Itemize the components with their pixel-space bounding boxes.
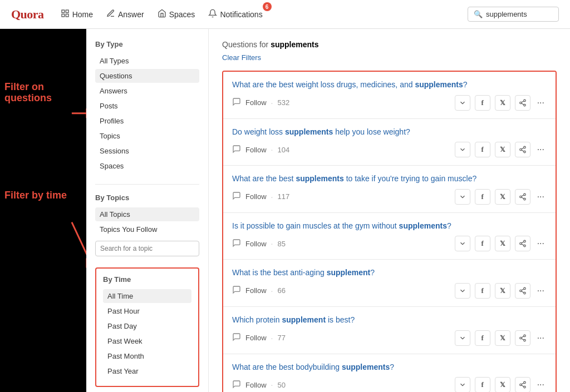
clear-filters[interactable]: Clear Filters [222,53,557,62]
sidebar: By Type All Types Questions Answers Post… [86,29,209,392]
svg-line-14 [522,150,524,151]
share-button[interactable] [515,236,530,251]
follow-separator: · [271,145,273,154]
share-button[interactable] [515,330,530,346]
twitter-share-button[interactable]: 𝕏 [495,377,510,392]
facebook-share-button[interactable]: f [475,142,490,157]
follow-label[interactable]: Follow [245,192,267,201]
follow-icon [232,285,241,296]
more-button[interactable]: ··· [535,96,547,110]
twitter-share-button[interactable]: 𝕏 [495,330,510,346]
result-question[interactable]: Which protein supplement is best? [232,315,547,326]
twitter-share-button[interactable]: 𝕏 [495,142,510,157]
downvote-button[interactable] [455,95,470,111]
nav-home[interactable]: Home [55,6,99,23]
content-header: Questions for supplements [222,40,557,49]
follow-count: 85 [277,240,285,248]
more-button[interactable]: ··· [535,378,547,392]
facebook-share-button[interactable]: f [475,377,490,392]
type-spaces[interactable]: Spaces [95,159,199,173]
time-past-week[interactable]: Past Week [103,334,191,348]
share-button[interactable] [515,283,530,299]
twitter-share-button[interactable]: 𝕏 [495,95,510,111]
more-button[interactable]: ··· [535,284,547,298]
time-past-month[interactable]: Past Month [103,349,191,363]
more-button[interactable]: ··· [535,190,547,204]
type-questions[interactable]: Questions [95,69,199,83]
result-item: Is it possible to gain muscles at the gy… [223,213,556,260]
svg-line-9 [522,103,524,104]
type-answers[interactable]: Answers [95,84,199,98]
follow-label[interactable]: Follow [245,334,267,342]
result-question[interactable]: Do weight loss supplements help you lose… [232,127,547,138]
topic-all[interactable]: All Topics [95,207,199,221]
time-all[interactable]: All Time [103,289,191,303]
nav-home-label: Home [72,10,93,19]
downvote-button[interactable] [455,330,470,346]
topic-search-input[interactable] [95,241,199,256]
downvote-button[interactable] [455,377,470,392]
more-button[interactable]: ··· [535,331,547,345]
type-sessions[interactable]: Sessions [95,144,199,158]
twitter-share-button[interactable]: 𝕏 [495,236,510,251]
follow-label[interactable]: Follow [245,98,267,107]
type-all[interactable]: All Types [95,54,199,68]
follow-icon [232,380,241,390]
time-past-day[interactable]: Past Day [103,319,191,333]
facebook-share-button[interactable]: f [475,95,490,111]
share-button[interactable] [515,377,530,392]
follow-label[interactable]: Follow [245,146,267,154]
search-input[interactable] [486,10,553,18]
follow-label[interactable]: Follow [245,286,267,295]
facebook-share-button[interactable]: f [475,236,490,251]
svg-rect-3 [66,14,68,17]
follow-count: 66 [277,286,285,295]
topic-you-follow[interactable]: Topics You Follow [95,222,199,236]
result-question[interactable]: What is the best anti-aging supplement? [232,267,547,279]
result-question[interactable]: Is it possible to gain muscles at the gy… [232,221,547,232]
share-button[interactable] [515,189,530,205]
type-posts[interactable]: Posts [95,99,199,113]
nav-notifications[interactable]: 6 Notifications [203,6,268,23]
result-question[interactable]: What are the best bodybuilding supplemen… [232,362,547,373]
time-past-year[interactable]: Past Year [103,364,191,378]
search-box[interactable]: 🔍 [468,7,559,22]
facebook-share-button[interactable]: f [475,189,490,205]
nav-answer[interactable]: Answer [101,6,150,23]
twitter-share-button[interactable]: 𝕏 [495,189,510,205]
follow-label[interactable]: Follow [245,381,267,389]
share-button[interactable] [515,142,530,157]
result-item: What is the best anti-aging supplement? … [223,260,556,307]
downvote-button[interactable] [455,189,470,205]
follow-label[interactable]: Follow [245,240,267,248]
follow-count: 104 [277,146,289,154]
more-button[interactable]: ··· [535,236,547,251]
result-question[interactable]: What are the best weight loss drugs, med… [232,80,547,91]
twitter-share-button[interactable]: 𝕏 [495,283,510,299]
facebook-share-button[interactable]: f [475,283,490,299]
result-question[interactable]: What are the best supplements to take if… [232,173,547,185]
filter-questions-annotation: Filter on questions [4,82,82,104]
downvote-button[interactable] [455,283,470,299]
result-actions: Follow · 66 f 𝕏 ··· [232,283,547,299]
content: Questions for supplements Clear Filters … [209,29,570,392]
svg-line-29 [522,291,524,292]
facebook-share-button[interactable]: f [475,330,490,346]
result-item: What are the best supplements to take if… [223,166,556,213]
logo[interactable]: Quora [11,7,44,22]
svg-line-39 [522,385,524,386]
time-past-hour[interactable]: Past Hour [103,304,191,318]
result-actions: Follow · 50 f 𝕏 ··· [232,377,547,392]
type-topics[interactable]: Topics [95,129,199,143]
downvote-button[interactable] [455,142,470,157]
svg-line-10 [522,101,524,102]
nav-spaces[interactable]: Spaces [152,6,201,23]
more-button[interactable]: ··· [535,142,547,157]
downvote-button[interactable] [455,236,470,251]
result-actions: Follow · 532 f 𝕏 ··· [232,95,547,111]
share-button[interactable] [515,95,530,111]
home-icon [61,9,70,19]
follow-icon [232,333,241,343]
type-profiles[interactable]: Profiles [95,114,199,128]
svg-point-6 [523,100,525,102]
